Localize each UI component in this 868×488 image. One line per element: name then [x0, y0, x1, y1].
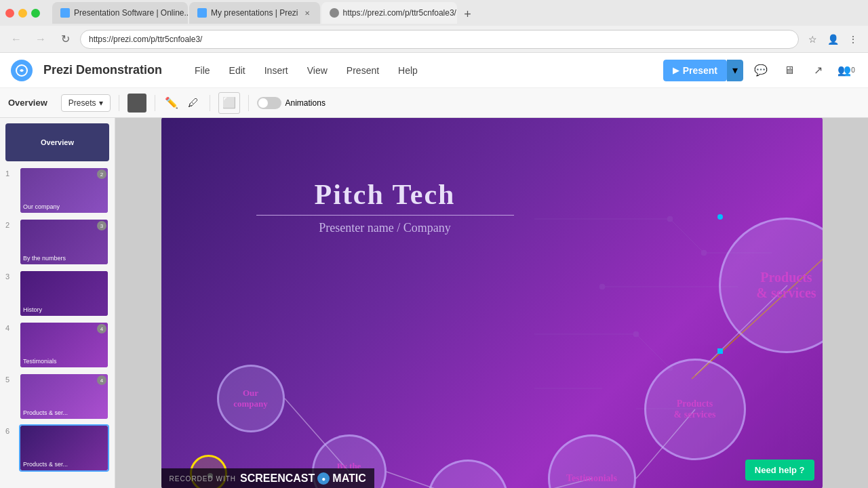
users-icon[interactable]: 👥0 [835, 60, 857, 81]
slide-item-4[interactable]: 4 4 Testimonials [5, 321, 109, 369]
slide-2-thumb[interactable]: 3 By the numbers [19, 218, 109, 266]
presentation-canvas[interactable]: Pitch Tech Presenter name / Company Ourc… [161, 118, 823, 488]
svg-line-6 [636, 334, 670, 368]
screencast-matic-text: MATIC [332, 472, 366, 485]
menu-help[interactable]: Help [390, 61, 426, 80]
back-button[interactable]: ← [7, 30, 26, 49]
color-square-button[interactable] [127, 94, 146, 113]
present-dropdown[interactable]: ▾ [727, 60, 743, 81]
slide-6-inner: Products & ser... [20, 426, 108, 470]
slide-2-num: 2 [5, 221, 15, 229]
traffic-lights [5, 9, 40, 18]
slide-item-6[interactable]: 6 Products & ser... [5, 424, 109, 472]
slide-item-2[interactable]: 2 3 By the numbers [5, 218, 109, 266]
slide-5-num: 5 [5, 375, 15, 384]
menu-file[interactable]: File [186, 61, 218, 80]
node-products-small[interactable]: Products& services [644, 359, 746, 460]
tab-2-label: My presentations | Prezi [211, 8, 298, 18]
node-our-company[interactable]: Ourcompany [217, 365, 285, 432]
slide-3-label: History [23, 306, 42, 313]
menu-present[interactable]: Present [338, 61, 387, 80]
slide-3-inner: History [20, 271, 108, 316]
forward-button[interactable]: → [31, 30, 50, 49]
slide-3-thumb[interactable]: History [19, 270, 109, 317]
account-icon[interactable]: 👤 [825, 31, 841, 47]
share-icon[interactable]: ↗ [807, 60, 829, 81]
svg-point-12 [633, 331, 639, 337]
slide-item-3[interactable]: 3 History [5, 270, 109, 317]
slide-4-label: Testimonials [23, 358, 57, 365]
app-menu: File Edit Insert View Present Help [186, 61, 426, 80]
app-title: Prezi Demonstration [43, 63, 162, 77]
bookmark-icon[interactable]: ☆ [804, 31, 821, 47]
tab-2[interactable]: My presentations | Prezi ✕ [189, 2, 320, 24]
screencast-dot: ● [317, 472, 330, 485]
toolbar: Overview Presets ▾ ✏️ 🖊 ⬜ Animations [0, 88, 868, 118]
tab-2-favicon [197, 8, 207, 18]
presets-arrow: ▾ [99, 98, 103, 108]
comment-icon[interactable]: 💬 [750, 60, 772, 81]
fullscreen-traffic-light[interactable] [31, 9, 40, 18]
slide-item-5[interactable]: 5 4 Products & ser... [5, 373, 109, 420]
screencast-logo-text: SCREENCAST [240, 472, 315, 485]
tab-1[interactable]: Presentation Software | Online... ✕ [52, 2, 188, 24]
minimize-traffic-light[interactable] [18, 9, 27, 18]
presets-button[interactable]: Presets ▾ [61, 94, 111, 112]
tab-3[interactable]: https://prezi.com/p/ttr5cnfoale3/ ✕ [321, 2, 457, 24]
marker-icon[interactable]: 🖊 [185, 95, 201, 111]
animations-toggle[interactable]: Animations [257, 97, 326, 109]
tab-3-favicon [330, 8, 339, 18]
node-products-large-label: Products& services [756, 270, 816, 301]
separator-1 [119, 95, 119, 111]
nav-actions: ☆ 👤 ⋮ [804, 31, 861, 47]
app-logo [11, 60, 33, 81]
slide-1-badge: 2 [97, 169, 106, 179]
overview-thumb[interactable]: Overview [5, 123, 109, 161]
slide-5-thumb[interactable]: 4 Products & ser... [19, 373, 109, 420]
main-area: Overview 1 2 Our company 2 3 By the numb… [0, 118, 868, 488]
menu-view[interactable]: View [299, 61, 336, 80]
menu-icon[interactable]: ⋮ [845, 31, 861, 47]
slide-4-thumb[interactable]: 4 Testimonials [19, 321, 109, 369]
slide-1-num: 1 [5, 169, 15, 178]
url-bar[interactable]: https://prezi.com/p/ttr5cnfoale3/ [80, 30, 799, 49]
frame-button[interactable]: ⬜ [218, 92, 240, 114]
node-our-company-label: Ourcompany [233, 388, 268, 409]
slide-subtitle: Presenter name / Company [243, 221, 528, 235]
reload-button[interactable]: ↻ [56, 30, 75, 49]
tab-1-favicon [60, 8, 70, 18]
screen-icon[interactable]: 🖥 [778, 60, 800, 81]
overview-thumb-label: Overview [41, 138, 74, 146]
pencil-icon[interactable]: ✏️ [163, 95, 180, 111]
new-tab-button[interactable]: + [458, 5, 477, 24]
tab-2-close[interactable]: ✕ [302, 8, 312, 18]
close-traffic-light[interactable] [5, 9, 14, 18]
app-actions: ▶ Present ▾ 💬 🖥 ↗ 👥0 [663, 60, 857, 81]
slide-4-inner: 4 Testimonials [20, 323, 108, 367]
present-button[interactable]: ▶ Present [663, 60, 727, 81]
presets-label: Presets [68, 98, 96, 108]
slide-5-label: Products & ser... [23, 409, 68, 416]
slide-6-label: Products & ser... [23, 461, 68, 468]
slide-5-badge: 4 [97, 375, 106, 385]
slide-2-label: By the numbers [23, 255, 66, 262]
overview-label: Overview [8, 98, 47, 108]
title-bar: Presentation Software | Online... ✕ My p… [0, 0, 868, 26]
browser-tabs: Presentation Software | Online... ✕ My p… [52, 2, 477, 24]
slide-item-1[interactable]: 1 2 Our company [5, 167, 109, 214]
slide-5-inner: 4 Products & ser... [20, 374, 108, 419]
menu-insert[interactable]: Insert [256, 61, 296, 80]
slide-6-thumb[interactable]: Products & ser... [19, 424, 109, 472]
screencast-recorded-text: RECORDED WITH [170, 475, 237, 483]
browser-chrome: Presentation Software | Online... ✕ My p… [0, 0, 868, 53]
toggle-switch[interactable] [257, 97, 281, 109]
node-products-small-label: Products& services [674, 399, 716, 420]
separator-4 [248, 95, 249, 111]
slide-2-badge: 3 [97, 221, 106, 230]
tab-1-label: Presentation Software | Online... [74, 8, 188, 18]
svg-point-10 [701, 250, 707, 256]
menu-edit[interactable]: Edit [221, 61, 254, 80]
slide-1-thumb[interactable]: 2 Our company [19, 167, 109, 214]
need-help-button[interactable]: Need help ? [745, 460, 814, 481]
svg-point-9 [667, 216, 673, 222]
